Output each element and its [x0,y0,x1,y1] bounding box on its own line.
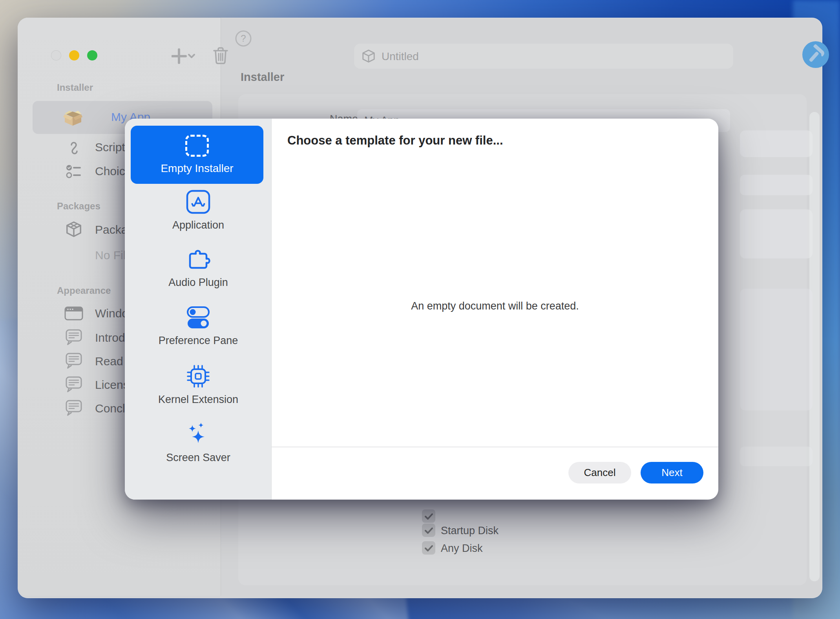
template-item-kernel-extension[interactable]: Kernel Extension [125,364,272,415]
dialog-description: An empty document will be created. [272,300,718,312]
template-item-screen-saver[interactable]: Screen Saver [125,422,272,473]
template-item-label: Screen Saver [166,452,230,464]
checkbox-label: Startup Disk [441,525,499,537]
speech-bubble-icon [65,375,83,394]
form-field [740,209,813,258]
add-button[interactable] [172,48,196,64]
toggles-icon [186,306,210,330]
document-title-field[interactable]: Untitled [354,44,733,69]
form-field [740,175,813,195]
sidebar-section-packages: Packages [57,201,100,212]
template-item-label: Application [172,219,224,231]
template-item-label: Audio Plugin [168,277,228,289]
app-store-icon [186,189,211,214]
sparkles-icon [186,422,210,447]
plus-icon [172,49,186,63]
chevron-down-icon [189,55,194,57]
document-title-text: Untitled [382,50,419,63]
scrollbar[interactable] [809,112,820,581]
dialog-title: Choose a template for your new file... [287,134,503,148]
chip-icon [186,364,211,389]
window-zoom-button[interactable] [87,50,97,60]
footer-divider [272,447,718,447]
window-minimize-button[interactable] [69,50,79,60]
template-item-label: Kernel Extension [158,394,238,406]
template-item-label: Empty Installer [161,162,233,175]
svg-text:?: ? [241,33,246,44]
sidebar-item-scripting[interactable]: Scripting [66,140,82,156]
template-item-application[interactable]: Application [125,189,272,240]
hammer-icon [802,41,829,68]
form-field [740,447,813,466]
help-button[interactable]: ? [235,30,252,47]
checkbox-any-disk[interactable] [422,541,435,555]
build-button[interactable] [802,41,829,68]
template-chooser-dialog: Empty Installer Application Audio Plugin [125,119,718,500]
checkbox-startup-disk[interactable] [422,524,435,537]
speech-bubble-icon [65,399,83,417]
sidebar-item-introduction[interactable]: Introduction [65,328,83,346]
sidebar-section-installer: Installer [57,82,93,93]
delete-button[interactable] [213,47,228,65]
dashed-square-icon [185,135,209,157]
package-cube-icon [65,220,83,239]
form-field [740,289,813,410]
checkbox-label: Any Disk [441,542,483,555]
next-button[interactable]: Next [641,462,703,483]
trash-icon [213,47,228,65]
help-icon: ? [235,30,252,47]
scroll-icon [66,140,82,156]
cancel-button[interactable]: Cancel [568,462,631,483]
sidebar-item-choices[interactable]: Choices [66,163,83,180]
sidebar-item-package[interactable]: Package [65,220,83,239]
package-cube-icon [361,49,376,64]
sidebar-item-window[interactable]: Window [64,306,84,321]
sidebar-item-conclusion[interactable]: Conclusion [65,399,83,417]
form-field [740,130,813,157]
template-item-preference-pane[interactable]: Preference Pane [125,306,272,357]
template-list-panel: Empty Installer Application Audio Plugin [125,119,272,500]
checkbox-partial[interactable] [422,509,435,523]
checklist-icon [66,163,83,180]
template-item-label: Preference Pane [159,335,238,347]
sidebar-item-read-me[interactable]: Read Me [65,352,83,370]
sidebar-item-license[interactable]: License [65,375,83,394]
template-item-audio-plugin[interactable]: Audio Plugin [125,247,272,299]
open-box-icon [62,107,84,128]
sidebar-section-appearance: Appearance [57,285,111,296]
window-icon [64,306,84,321]
window-close-button[interactable] [51,50,61,60]
content-heading: Installer [241,71,284,84]
template-item-empty-installer[interactable]: Empty Installer [131,126,263,184]
puzzle-icon [185,247,212,272]
speech-bubble-icon [65,352,83,370]
speech-bubble-icon [65,328,83,346]
